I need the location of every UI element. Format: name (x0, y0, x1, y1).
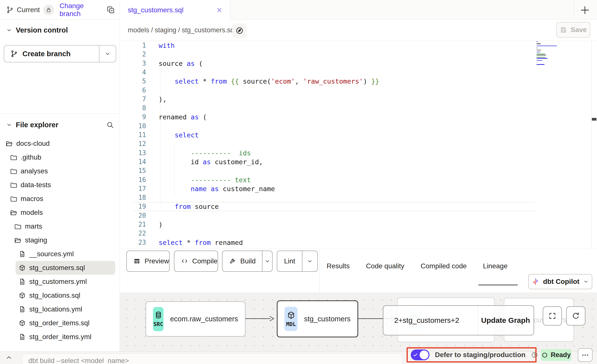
refresh-button[interactable] (566, 306, 585, 326)
minimap-line (537, 55, 546, 55)
model-cube-icon (19, 292, 26, 299)
lint-caret[interactable] (302, 251, 317, 271)
copilot-compass-button[interactable] (232, 23, 247, 38)
scrollbar-thumb[interactable] (592, 118, 597, 121)
file-tree-item-analyses[interactable]: analyses (0, 164, 120, 178)
database-icon (154, 311, 163, 320)
file-tree-item-docs-cloud[interactable]: docs-cloud (0, 137, 120, 150)
defer-toggle[interactable] (411, 349, 429, 360)
update-graph-button[interactable]: Update Graph (478, 305, 534, 335)
code-line-20[interactable]: 20 (120, 211, 597, 220)
new-tab-button[interactable] (579, 4, 591, 16)
build-button[interactable]: Build (222, 251, 273, 272)
code-line-1[interactable]: 1with (120, 41, 597, 50)
file-tree-item-stg-locations-sql[interactable]: stg_locations.sql (0, 289, 120, 302)
file-explorer-header[interactable]: File explorer (0, 118, 120, 132)
line-number: 12 (120, 139, 146, 148)
preview-button[interactable]: Preview (126, 251, 170, 272)
refresh-icon (571, 311, 580, 320)
code-line-16[interactable]: 16 ---------- text (120, 175, 597, 184)
code-line-14[interactable]: 14 id as customer_id, (120, 157, 597, 166)
lineage-panel[interactable]: SRCecom.raw_customersMDLstg_customersMDL… (120, 292, 597, 351)
file-tree-item-macros[interactable]: macros (0, 192, 120, 206)
lineage-node-src-ecom-raw-customers[interactable]: SRCecom.raw_customers (146, 301, 245, 337)
build-caret[interactable] (262, 251, 272, 271)
code-line-11[interactable]: 11 select (120, 130, 597, 140)
dbt-copilot-button[interactable]: dbt Copilot (528, 274, 592, 289)
code-line-6[interactable]: 6 (120, 86, 597, 95)
tab-compiled-code[interactable]: Compiled code (421, 262, 467, 270)
create-branch-main[interactable]: Create branch (4, 46, 99, 62)
line-number: 7 (120, 95, 146, 104)
expand-command-bar-chevron[interactable] (5, 354, 13, 362)
code-line-7[interactable]: 7), (120, 95, 597, 104)
file-tree-item-stg-locations-yml[interactable]: stg_locations.yml (0, 302, 120, 316)
line-number: 20 (120, 211, 146, 220)
code-text: select (159, 130, 199, 140)
compile-label: Compile (192, 257, 218, 265)
code-line-13[interactable]: 13 ---------- ids (120, 148, 597, 158)
code-line-9[interactable]: 9renamed as ( (120, 112, 597, 122)
file-tree-item-stg-order-items-yml[interactable]: stg_order_items.yml (0, 330, 120, 344)
code-line-12[interactable]: 12 (120, 139, 597, 148)
code-line-23[interactable]: 23select * from renamed (120, 238, 597, 247)
file-tree-item-models[interactable]: models (0, 206, 120, 219)
code-line-4[interactable]: 4 (120, 68, 597, 77)
code-line-3[interactable]: 3source as ( (120, 59, 597, 68)
toolbar-divider (319, 248, 320, 293)
tab-results[interactable]: Results (327, 262, 350, 270)
minimap-line (537, 46, 557, 46)
file-tree-item-github[interactable]: .github (0, 150, 120, 164)
model-cube-icon (287, 311, 296, 320)
code-line-17[interactable]: 17 name as customer_name (120, 184, 597, 193)
version-control-header[interactable]: Version control (0, 23, 120, 37)
file-tree-item-stg-order-items-sql[interactable]: stg_order_items.sql (0, 316, 120, 330)
file-tree-item-stg-customers-sql[interactable]: stg_customers.sql (16, 261, 115, 275)
code-line-10[interactable]: 10 (120, 122, 597, 131)
code-line-15[interactable]: 15 (120, 166, 597, 175)
search-icon[interactable] (106, 121, 114, 129)
code-line-18[interactable]: 18 (120, 193, 597, 202)
minimap-line (537, 57, 545, 57)
line-number: 8 (120, 104, 146, 113)
line-number: 10 (120, 122, 146, 131)
file-tree-item-sources-yml[interactable]: __sources.yml (0, 247, 120, 261)
compile-button[interactable]: Compile (174, 251, 218, 272)
save-button[interactable]: Save (556, 22, 590, 38)
code-line-21[interactable]: 21) (120, 220, 597, 229)
toggle-knob (420, 350, 429, 359)
code-line-22[interactable]: 22 (120, 229, 597, 238)
chevron-down-icon (264, 258, 271, 264)
fullscreen-button[interactable] (543, 306, 562, 326)
line-number: 23 (120, 238, 146, 247)
help-icon[interactable] (531, 351, 538, 359)
file-tree-item-stg-customers-yml[interactable]: stg_customers.yml (0, 275, 120, 289)
more-options-button[interactable] (578, 348, 593, 362)
copy-icon[interactable] (107, 6, 115, 14)
tab-bar: stg_customers.sql (120, 0, 597, 20)
file-tree-item-staging[interactable]: staging (0, 233, 120, 247)
table-icon (133, 257, 141, 265)
change-branch-link[interactable]: Change branch (59, 2, 107, 18)
lineage-selector-input[interactable]: 2+stg_customers+2 (383, 305, 478, 335)
create-branch-button[interactable]: Create branch (4, 45, 116, 62)
file-icon (19, 306, 26, 313)
tab-lineage[interactable]: Lineage (483, 262, 508, 270)
command-input[interactable]: dbt build --select <model_name> (22, 353, 403, 364)
code-editor[interactable]: 1with23source as (45 select * from {{ so… (120, 41, 597, 248)
file-tree-item-data-tests[interactable]: data-tests (0, 178, 120, 192)
minimap[interactable] (537, 41, 566, 66)
lint-button[interactable]: Lint (277, 251, 318, 272)
close-icon[interactable] (216, 6, 223, 14)
tab-code-quality[interactable]: Code quality (366, 262, 404, 270)
code-line-8[interactable]: 8 (120, 104, 597, 113)
file-tree-item-marts[interactable]: marts (0, 219, 120, 233)
file-tree-label: staging (25, 236, 47, 244)
code-line-5[interactable]: 5 select * from {{ source('ecom', 'raw_c… (120, 77, 597, 86)
file-tree-label: data-tests (21, 181, 51, 189)
code-line-2[interactable]: 2 (120, 50, 597, 59)
tab-stg-customers-sql[interactable]: stg_customers.sql (120, 0, 230, 20)
create-branch-caret[interactable] (99, 46, 116, 62)
sidebar: Current Change branch Version control Cr… (0, 0, 120, 351)
lineage-node-mdl-stg-customers[interactable]: MDLstg_customers (277, 300, 358, 337)
